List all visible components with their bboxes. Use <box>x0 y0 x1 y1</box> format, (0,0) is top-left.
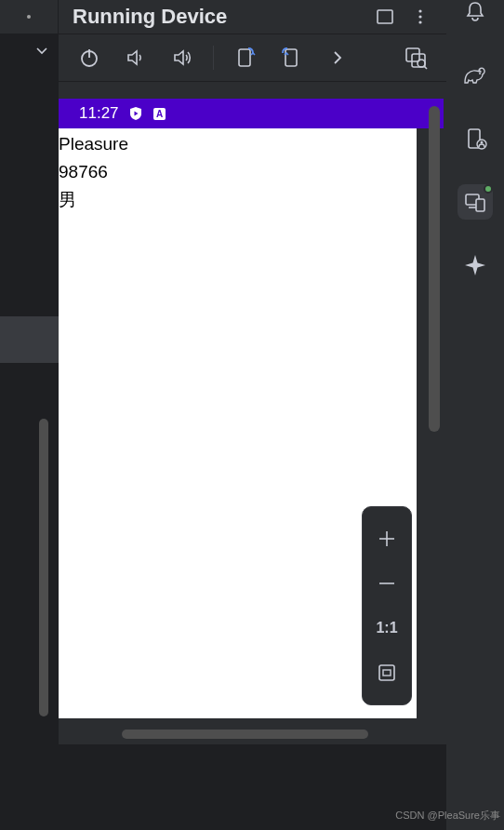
svg-point-10 <box>418 60 425 67</box>
device-screen: 11:27 A Pleasure 98766 男 1:1 <box>59 99 444 718</box>
content-line-3: 男 <box>59 184 417 212</box>
left-scrollbar[interactable] <box>39 419 48 716</box>
volume-down-icon[interactable] <box>124 46 148 70</box>
status-time: 11:27 <box>79 104 119 123</box>
panel-title: Running Device <box>73 5 362 29</box>
device-toolbar <box>59 33 446 82</box>
chevron-right-icon[interactable] <box>325 46 350 70</box>
android-status-bar: 11:27 A <box>59 99 444 128</box>
zoom-panel: 1:1 <box>362 506 412 705</box>
notifications-icon[interactable] <box>458 0 493 30</box>
device-h-scrollbar[interactable] <box>122 730 368 739</box>
right-tool-strip <box>446 0 504 830</box>
shield-play-icon <box>128 106 143 121</box>
sparkle-icon[interactable] <box>458 248 493 283</box>
device-v-scrollbar[interactable] <box>429 106 440 432</box>
svg-point-1 <box>418 9 421 12</box>
svg-line-11 <box>424 66 427 69</box>
svg-rect-17 <box>379 665 394 680</box>
volume-up-icon[interactable] <box>170 46 194 70</box>
svg-point-3 <box>418 20 421 23</box>
chevron-down-icon[interactable] <box>34 43 49 58</box>
svg-rect-18 <box>383 670 391 676</box>
svg-point-22 <box>481 141 484 144</box>
status-badge <box>484 184 493 194</box>
running-devices-panel: Running Device <box>59 0 446 744</box>
zoom-fit-button[interactable] <box>371 657 403 689</box>
keyboard-a-icon: A <box>153 106 167 121</box>
window-icon[interactable] <box>373 5 397 29</box>
svg-rect-7 <box>285 49 297 66</box>
svg-point-19 <box>479 73 481 74</box>
svg-rect-6 <box>239 49 250 66</box>
power-icon[interactable] <box>77 46 101 70</box>
rotate-right-icon[interactable] <box>279 46 303 70</box>
svg-rect-25 <box>476 199 484 211</box>
content-line-1: Pleasure <box>59 128 417 156</box>
zoom-in-button[interactable] <box>371 523 403 555</box>
device-manager-icon[interactable] <box>458 121 493 156</box>
svg-rect-0 <box>378 10 392 23</box>
zoom-reset-button[interactable]: 1:1 <box>371 612 403 644</box>
rotate-left-icon[interactable] <box>232 46 257 70</box>
more-vertical-icon[interactable] <box>408 5 432 29</box>
device-screenshot-icon[interactable] <box>404 46 428 70</box>
svg-point-2 <box>418 15 421 18</box>
running-devices-icon[interactable] <box>458 184 493 220</box>
gradle-icon[interactable] <box>458 58 493 93</box>
watermark: CSDN @PleaSure乐事 <box>395 809 500 823</box>
svg-text:A: A <box>156 109 163 119</box>
zoom-out-button[interactable] <box>371 568 403 599</box>
content-line-2: 98766 <box>59 156 417 184</box>
